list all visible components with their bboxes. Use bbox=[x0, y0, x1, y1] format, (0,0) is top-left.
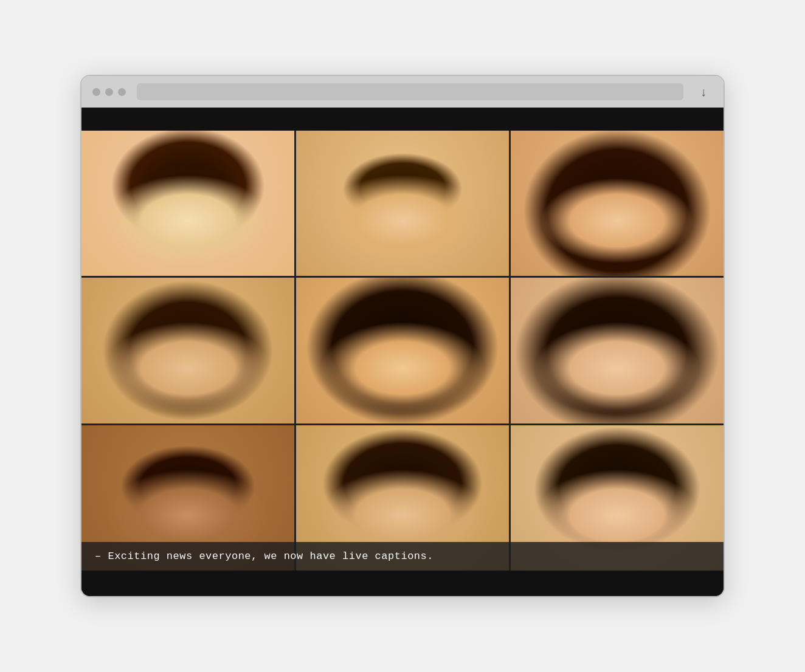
video-content: – Exciting news everyone, we now have li… bbox=[81, 108, 724, 596]
black-bar-bottom bbox=[81, 571, 724, 596]
participant-visual-1 bbox=[81, 131, 294, 276]
download-icon[interactable]: ↓ bbox=[694, 83, 713, 101]
video-grid-wrapper: – Exciting news everyone, we now have li… bbox=[81, 131, 724, 571]
dot-green bbox=[118, 88, 126, 96]
dot-red bbox=[92, 88, 100, 96]
video-cell-6 bbox=[511, 278, 724, 423]
participant-visual-3 bbox=[511, 131, 724, 276]
participant-visual-5 bbox=[296, 278, 509, 423]
address-bar[interactable] bbox=[137, 83, 683, 100]
video-cell-5-active bbox=[296, 278, 509, 423]
participant-visual-2 bbox=[296, 131, 509, 276]
black-bar-top bbox=[81, 108, 724, 131]
browser-titlebar: ↓ bbox=[81, 76, 724, 108]
browser-window: ↓ bbox=[80, 75, 725, 597]
video-cell-2 bbox=[296, 131, 509, 276]
participant-visual-4 bbox=[81, 278, 294, 423]
dot-yellow bbox=[105, 88, 113, 96]
video-cell-1 bbox=[81, 131, 294, 276]
video-cell-4 bbox=[81, 278, 294, 423]
caption-text: – Exciting news everyone, we now have li… bbox=[95, 550, 434, 562]
caption-bar: – Exciting news everyone, we now have li… bbox=[81, 542, 724, 571]
video-cell-3 bbox=[511, 131, 724, 276]
browser-dots bbox=[92, 88, 126, 96]
video-grid bbox=[81, 131, 724, 571]
participant-visual-6 bbox=[511, 278, 724, 423]
